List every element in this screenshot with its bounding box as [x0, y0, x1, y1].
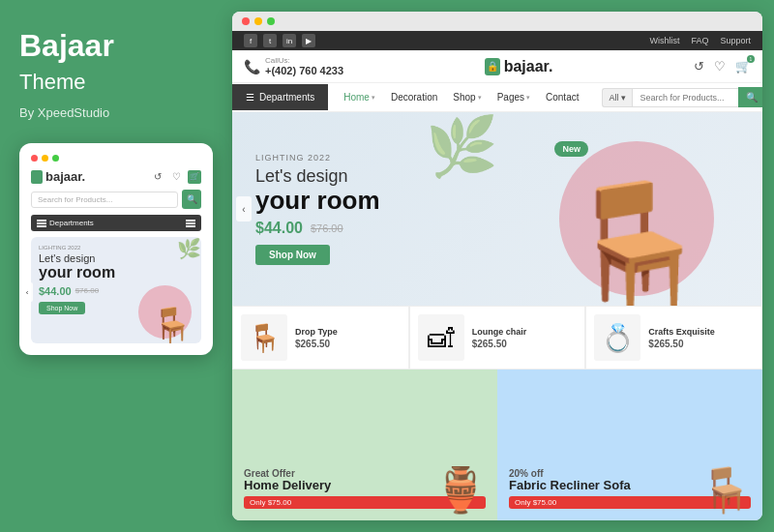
- nav-pages-label: Pages: [497, 92, 524, 103]
- search-category-dropdown[interactable]: All ▾: [602, 88, 631, 107]
- category-label: All: [609, 93, 618, 103]
- brand-subtitle: Theme: [19, 71, 213, 94]
- linkedin-icon[interactable]: in: [283, 34, 296, 47]
- mockup-hero-title2: your room: [39, 264, 194, 281]
- hero-chair-area: 🪑: [511, 112, 762, 306]
- nav-arrow-prev[interactable]: ‹: [21, 282, 33, 302]
- mockup-dept-label: Departments: [37, 219, 94, 227]
- product-card-img-2: 💍: [594, 314, 640, 361]
- browser-chrome: [232, 12, 762, 31]
- phone-icon: 📞: [244, 59, 260, 74]
- hero-price-row: $44.00 $76.00: [255, 220, 380, 237]
- store-search-bar: All ▾ 🔍: [602, 87, 762, 107]
- phone-number: +(402) 760 4233: [265, 65, 343, 76]
- hero-price-old: $76.00: [311, 222, 343, 234]
- departments-label: Departments: [259, 92, 314, 103]
- hero-title1: Let's design: [255, 166, 380, 187]
- nav-decoration[interactable]: Decoration: [383, 84, 445, 110]
- hero-content: LIGHTING 2022 Let's design your room $44…: [232, 133, 403, 285]
- nav-contact-label: Contact: [546, 92, 579, 103]
- cart-icon[interactable]: 🛒: [188, 170, 201, 184]
- cart-header-icon[interactable]: 🛒 1: [735, 59, 751, 74]
- mockup-dept-bar[interactable]: Departments: [31, 215, 201, 231]
- store-logo: 🔒 bajaar.: [485, 58, 553, 75]
- nav-pages-arrow: ▾: [526, 94, 530, 102]
- mockup-search-bar: Search for Products... 🔍: [31, 190, 201, 209]
- hero-new-badge: New: [554, 141, 588, 157]
- brand-title: Bajaar: [19, 29, 213, 63]
- nav-decoration-label: Decoration: [391, 92, 437, 103]
- product-card-1[interactable]: 🛋 Lounge chair $265.50: [409, 306, 586, 369]
- mockup-hero-title1: Let's design: [39, 252, 194, 264]
- store-nav: ☰ Departments Home ▾ Decoration Shop ▾ P…: [232, 83, 762, 112]
- product-cards-row: 🪑 Drop Type $265.50 🛋 Lounge chair $265.…: [232, 306, 762, 369]
- mockup-hero-badge: LIGHTING 2022: [39, 245, 194, 251]
- heart-icon[interactable]: ♡: [169, 170, 183, 184]
- dot-yellow: [42, 155, 48, 162]
- hero-price-main: $44.00: [255, 220, 303, 237]
- mockup-search-input[interactable]: Search for Products...: [31, 192, 178, 208]
- category-arrow-icon: ▾: [621, 93, 626, 103]
- product-name-1: Lounge chair: [472, 327, 578, 337]
- product-name-2: Crafts Exquisite: [648, 327, 754, 337]
- promo-emoji-0: 🏺: [433, 464, 488, 516]
- nav-pages[interactable]: Pages ▾: [490, 84, 538, 110]
- store-logo-text: bajaar.: [504, 58, 553, 75]
- hero-shop-button[interactable]: Shop Now: [255, 245, 330, 265]
- mockup-price-main: $44.00: [39, 285, 72, 297]
- dot-red: [31, 155, 38, 162]
- nav-shop[interactable]: Shop ▾: [445, 84, 489, 110]
- browser-dot-yellow: [254, 17, 262, 25]
- product-card-0[interactable]: 🪑 Drop Type $265.50: [232, 306, 409, 369]
- promo-banner-1[interactable]: 20% off Fabric Recliner Sofa Only $75.00…: [497, 369, 762, 520]
- hero-badge: LIGHTING 2022: [255, 153, 380, 163]
- nav-home[interactable]: Home ▾: [336, 84, 383, 110]
- lock-icon: [31, 170, 43, 184]
- store-hero: LIGHTING 2022 Let's design your room $44…: [232, 112, 762, 306]
- twitter-icon[interactable]: t: [263, 34, 277, 47]
- hero-chair-image: 🪑: [558, 185, 715, 306]
- contact-details: CallUs: +(402) 760 4233: [265, 56, 343, 76]
- nav-home-arrow: ▾: [372, 94, 375, 102]
- promo-banners-row: Great Offer Home Delivery Only $75.00 🏺 …: [232, 369, 762, 520]
- refresh-header-icon[interactable]: ↺: [694, 59, 704, 74]
- chair-decoration: 🪑: [151, 308, 194, 341]
- mobile-mockup: bajaar. ↺ ♡ 🛒 Search for Products... 🔍 D…: [19, 143, 213, 355]
- store-header-icons: ↺ ♡ 🛒 1: [694, 59, 751, 74]
- store-search-input[interactable]: [632, 88, 738, 107]
- promo-banner-0[interactable]: Great Offer Home Delivery Only $75.00 🏺: [232, 369, 497, 520]
- mockup-logo-text: bajaar.: [45, 169, 85, 184]
- facebook-icon[interactable]: f: [244, 34, 257, 47]
- mockup-dots: [31, 155, 201, 162]
- heart-header-icon[interactable]: ♡: [714, 59, 726, 74]
- youtube-icon[interactable]: ▶: [302, 34, 315, 47]
- support-link[interactable]: Support: [720, 36, 751, 45]
- mockup-shop-button[interactable]: Shop Now: [39, 302, 85, 314]
- store-search-button[interactable]: 🔍: [738, 87, 763, 107]
- dept-label-text: Departments: [49, 219, 94, 227]
- left-panel: Bajaar Theme By XpeedStudio bajaar. ↺ ♡ …: [0, 0, 232, 532]
- menu-icon[interactable]: [186, 220, 195, 227]
- nav-shop-label: Shop: [453, 92, 475, 103]
- product-name-0: Drop Type: [295, 327, 401, 337]
- faq-link[interactable]: FAQ: [691, 36, 708, 45]
- product-price-0: $265.50: [295, 339, 401, 349]
- refresh-icon[interactable]: ↺: [151, 170, 164, 184]
- topbar-links: Wishlist FAQ Support: [649, 36, 751, 45]
- nav-shop-arrow: ▾: [478, 94, 482, 102]
- mockup-search-button[interactable]: 🔍: [182, 190, 201, 209]
- hero-title2: your room: [255, 187, 380, 215]
- mockup-icons: ↺ ♡ 🛒: [151, 170, 201, 184]
- hero-nav-prev[interactable]: ‹: [236, 196, 252, 222]
- product-card-2[interactable]: 💍 Crafts Exquisite $265.50: [585, 306, 762, 369]
- store-topbar: f t in ▶ Wishlist FAQ Support: [232, 31, 762, 50]
- right-panel: f t in ▶ Wishlist FAQ Support 📞 CallUs: …: [232, 12, 762, 520]
- hamburger-nav-icon: ☰: [246, 92, 254, 103]
- browser-dot-red: [242, 17, 250, 25]
- brand-by: By XpeedStudio: [19, 105, 213, 120]
- lock-brand-icon: 🔒: [485, 58, 500, 75]
- wishlist-link[interactable]: Wishlist: [649, 36, 679, 45]
- departments-button[interactable]: ☰ Departments: [232, 84, 328, 110]
- nav-contact[interactable]: Contact: [538, 84, 586, 110]
- mockup-logo: bajaar.: [31, 169, 85, 184]
